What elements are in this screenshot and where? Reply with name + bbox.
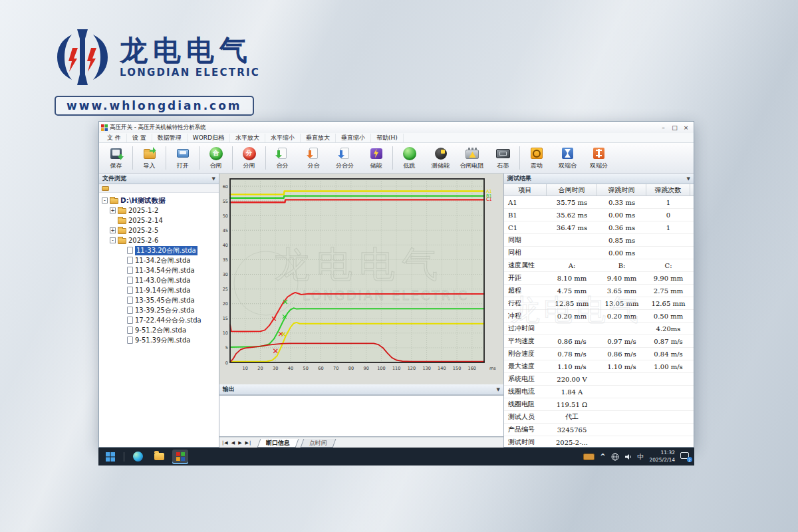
toolbar-button-open-switch[interactable]: 分分闸 bbox=[233, 144, 265, 172]
toolbar-button-store-energy[interactable]: 储能 bbox=[360, 144, 392, 172]
svg-text:龙电电气: 龙电电气 bbox=[274, 243, 444, 285]
tree-file[interactable]: 11-9.14分闸.stda bbox=[100, 285, 217, 295]
file-explorer-button[interactable] bbox=[151, 450, 167, 464]
result-label: 刚合速度 bbox=[504, 348, 547, 360]
tab-nav-3[interactable]: ▶| bbox=[245, 440, 252, 446]
toolbar-button-close-switch[interactable]: 合合闸 bbox=[200, 144, 231, 172]
tab-0[interactable]: 断口信息 bbox=[257, 439, 299, 448]
result-value bbox=[597, 436, 646, 447]
result-value: 0.50 mm bbox=[646, 310, 690, 322]
file-panel-menu-icon[interactable]: ▼ bbox=[212, 176, 215, 182]
tree-root[interactable]: -D:\H测试数据 bbox=[100, 196, 217, 205]
expand-icon[interactable]: + bbox=[110, 227, 116, 233]
ime-indicator[interactable]: 中 bbox=[638, 452, 644, 462]
output-panel-menu-icon[interactable]: ▼ bbox=[497, 387, 500, 392]
tree-file[interactable]: 17-22.44分合分.stda bbox=[100, 315, 217, 325]
expand-icon[interactable]: + bbox=[110, 207, 116, 213]
result-row: C136.47 ms0.36 ms1 bbox=[504, 221, 694, 234]
toolbar-button-closing-resistor[interactable]: 合闸电阻 bbox=[456, 144, 487, 172]
toolbar-button-open[interactable]: 打开 bbox=[167, 144, 198, 172]
tree-file[interactable]: 11-33.20合闸.stda bbox=[100, 245, 217, 255]
minimize-button[interactable]: – bbox=[658, 124, 669, 131]
collapse-icon[interactable]: - bbox=[110, 237, 116, 243]
result-value: 0.86 m/s bbox=[597, 348, 646, 360]
tree-file[interactable]: 11-34.2合闸.stda bbox=[100, 255, 217, 265]
file-icon bbox=[127, 297, 133, 304]
menu-item-4[interactable]: 水平放大 bbox=[230, 134, 265, 142]
toolbar-button-vibration[interactable]: 震动 bbox=[521, 144, 552, 172]
tree-folder[interactable]: 2025-2-14 bbox=[100, 215, 217, 225]
menu-item-2[interactable]: 数据管理 bbox=[152, 134, 188, 142]
import-icon bbox=[142, 146, 158, 161]
menu-item-6[interactable]: 垂直放大 bbox=[301, 134, 336, 142]
notification-button[interactable]: 2 bbox=[680, 452, 690, 461]
network-globe-icon[interactable] bbox=[611, 453, 619, 461]
toolbar-separator bbox=[199, 146, 200, 170]
svg-text:80: 80 bbox=[348, 366, 354, 371]
tree-folder[interactable]: +2025-2-5 bbox=[100, 225, 217, 235]
menu-item-8[interactable]: 帮助(H) bbox=[371, 134, 404, 142]
output-body bbox=[219, 395, 503, 437]
svg-text:30: 30 bbox=[273, 366, 278, 371]
tree-folder[interactable]: -2025-2-6 bbox=[100, 235, 217, 245]
taskbar-clock[interactable]: 11:32 2025/2/14 bbox=[650, 450, 675, 463]
toolbar-button-import[interactable]: 导入 bbox=[134, 144, 165, 172]
toolbar-button-open-close-open[interactable]: 分合分 bbox=[329, 144, 360, 172]
tray-expand-icon[interactable]: ^ bbox=[600, 453, 605, 460]
start-button[interactable] bbox=[102, 450, 118, 464]
toolbar-button-save[interactable]: 保存 bbox=[100, 144, 132, 172]
result-value bbox=[646, 234, 690, 246]
result-row: 系统电压220.00 V bbox=[504, 373, 694, 386]
collapse-icon[interactable]: - bbox=[102, 198, 108, 203]
svg-text:70: 70 bbox=[333, 366, 338, 371]
dual-end-open-icon bbox=[591, 146, 607, 161]
tree-file[interactable]: 11-43.0合闸.stda bbox=[100, 275, 217, 285]
tree-file[interactable]: 9-51.2合闸.stda bbox=[100, 325, 217, 335]
result-value: 0.84 m/s bbox=[646, 348, 690, 360]
tree-file-label: 13-35.45合闸.stda bbox=[135, 296, 195, 305]
toolbar-button-open-close[interactable]: 分合 bbox=[298, 144, 329, 172]
close-button[interactable]: × bbox=[680, 124, 692, 131]
tab-nav-0[interactable]: |◀ bbox=[222, 440, 229, 446]
toolbar-button-dual-end-close[interactable]: 双端合 bbox=[552, 144, 583, 172]
toolbar-button-measure-energy[interactable]: 测储能 bbox=[425, 144, 456, 172]
waveform-chart: 龙电电气LONGDIAN ELECTRIC0510152025303540455… bbox=[219, 174, 504, 384]
edge-browser-button[interactable] bbox=[130, 450, 146, 464]
results-column-header: 弹跳时间 bbox=[597, 184, 646, 196]
analysis-app-button[interactable] bbox=[172, 450, 188, 464]
result-row: 行程12.85 mm13.05 mm12.65 mm bbox=[504, 297, 694, 310]
toolbar-button-close-open[interactable]: 合分 bbox=[267, 144, 298, 172]
toolbar-button-graphite[interactable]: 石墨 bbox=[487, 144, 519, 172]
maximize-button[interactable]: □ bbox=[669, 124, 680, 131]
tree-file[interactable]: 11-34.54分闸.stda bbox=[100, 265, 217, 275]
result-label: 产品编号 bbox=[504, 424, 547, 436]
toolbar-button-dual-end-open[interactable]: 双端分 bbox=[583, 144, 614, 172]
tree-folder[interactable]: +2025-1-2 bbox=[100, 205, 217, 215]
results-panel-menu-icon[interactable]: ▼ bbox=[687, 176, 690, 182]
tree-file[interactable]: 13-39.25合分.stda bbox=[100, 305, 217, 315]
tree-file-label: 9-51.39分闸.stda bbox=[135, 336, 190, 345]
tab-nav-1[interactable]: ◀ bbox=[231, 440, 235, 446]
toolbar-label: 低跳 bbox=[404, 162, 416, 170]
volume-icon[interactable] bbox=[624, 453, 632, 461]
toolbar-label: 保存 bbox=[110, 162, 122, 170]
tree-folder-label: 2025-1-2 bbox=[128, 207, 158, 214]
device-tray-icon[interactable] bbox=[583, 454, 595, 460]
menu-item-5[interactable]: 水平缩小 bbox=[265, 134, 301, 142]
open-icon bbox=[175, 146, 191, 161]
tab-1[interactable]: 点时间 bbox=[301, 439, 336, 448]
result-label: 超程 bbox=[504, 285, 547, 297]
menu-item-0[interactable]: 文 件 bbox=[102, 134, 127, 142]
tree-file[interactable]: 9-51.39分闸.stda bbox=[100, 335, 217, 345]
results-column-header: 弹跳次数 bbox=[646, 184, 690, 196]
tree-file[interactable]: 13-35.45合闸.stda bbox=[100, 295, 217, 305]
toolbar: 保存导入打开合合闸分分闸合分分合分合分储能低跳测储能合闸电阻石墨震动双端合双端分 bbox=[99, 143, 694, 174]
tab-nav-2[interactable]: ▶ bbox=[238, 440, 242, 446]
menu-item-3[interactable]: WORD归档 bbox=[188, 134, 230, 142]
menu-item-7[interactable]: 垂直缩小 bbox=[336, 134, 371, 142]
toolbar-button-low-jump[interactable]: 低跳 bbox=[394, 144, 425, 172]
toolbar-label: 储能 bbox=[370, 162, 382, 170]
menu-item-1[interactable]: 设 置 bbox=[127, 134, 152, 142]
folder-icon[interactable] bbox=[102, 186, 109, 191]
result-label: 测试时间 bbox=[504, 436, 547, 447]
